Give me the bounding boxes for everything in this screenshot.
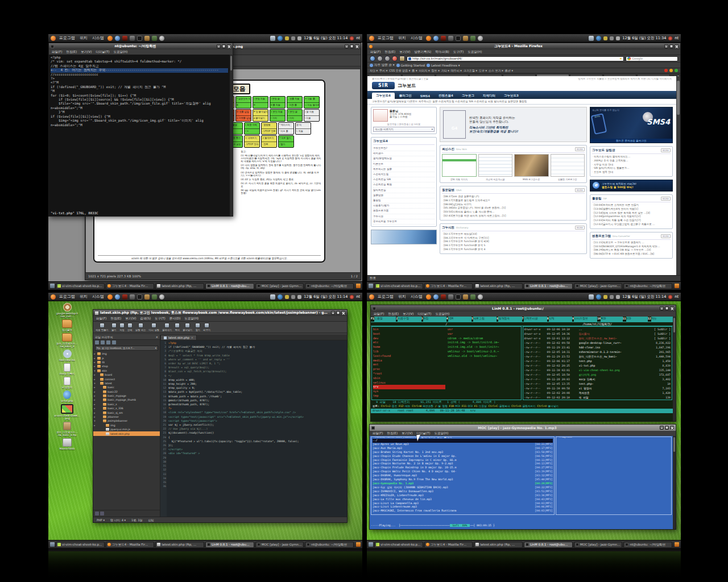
expander-icon[interactable]: ▸ (93, 424, 96, 427)
tree-row[interactable]: ▸ img (93, 352, 160, 356)
home-icon[interactable] (399, 56, 405, 61)
taskbar-item[interactable]: nt@ubuntu: ~/바탕화면 (623, 542, 672, 548)
show-desktop-icon[interactable] (369, 542, 373, 547)
forward-icon[interactable] (101, 340, 105, 344)
menu-item[interactable]: 편집(E) (66, 50, 77, 54)
linm-screen[interactable]: F1도움말2이름수정3편집4VIM5새로고침6원격접속7디렉토리생8삭제9사이즈… (371, 317, 673, 421)
devbar-item[interactable]: 크기조절 ▾ (464, 69, 477, 72)
expander-icon[interactable]: ▸ (93, 357, 96, 360)
location-combo[interactable]: ftp, 로그인 lovebook, 호스트 f…▾ (95, 346, 158, 351)
taskbar-item[interactable]: nt@ubuntu: ~/바탕화면 (623, 283, 672, 289)
playlist-entry[interactable]: jazz-Ave Maria.mp3[04:17|MP3] (373, 447, 553, 451)
expander-icon[interactable]: ▸ (93, 403, 96, 406)
directory-entry[interactable]: initrd.img -> boot/initrd.im~ (448, 340, 520, 345)
moc-titlebar[interactable]: MOC [play] - jazz-Gymnopedie No. 1.mp3 (370, 425, 676, 431)
menu-item[interactable]: 파일(F) (52, 50, 62, 54)
menu-item[interactable]: 도구(T) (453, 50, 464, 54)
taskbar-item[interactable]: 그누보드4 - Mozilla Fir… (106, 542, 155, 548)
directory-entry[interactable]: selinux (373, 381, 445, 385)
menu-item[interactable]: 도움말(H) (435, 312, 449, 316)
function-key[interactable]: 5새로고침 (471, 317, 497, 322)
toolbar-button[interactable]: 바꾸기 (203, 323, 210, 331)
taskbar-item[interactable]: latest.skin.php (ftp, … (474, 283, 523, 289)
menu-item[interactable]: 편집(E) (388, 312, 399, 316)
taskbar-item[interactable]: LinM 0.8.1 - root@ubu… (205, 283, 254, 289)
left-menu-item[interactable]: 자주하시는 질문 (373, 167, 435, 172)
bookmark-item[interactable]: 자주 방문 순 ▾ (370, 63, 395, 67)
directory-entry[interactable]: usr (448, 327, 520, 332)
launcher-2-icon[interactable] (448, 294, 453, 300)
left-menu-item[interactable]: 라이센스 (373, 151, 435, 156)
gedit-titlebar[interactable]: latest.skin.php (ftp, 로그인 lovebook, 호스트 … (93, 310, 347, 316)
function-key[interactable]: 4VIM (446, 317, 471, 322)
function-key[interactable]: 9사이즈정보 (572, 317, 597, 322)
desktop-icon[interactable]: mocp 단축키 (52, 363, 82, 375)
shutdown-icon[interactable] (350, 295, 354, 299)
status-field[interactable]: 탭 너비: 4 ▾ (110, 518, 126, 522)
devbar-item[interactable]: 이미지 ▾ (419, 69, 429, 72)
menu-applications[interactable]: 프로그램 (377, 294, 395, 300)
left-menu-item[interactable]: 그누사전 (373, 214, 435, 219)
menu-item[interactable]: 도구(T) (155, 317, 166, 321)
playlist-entry[interactable]: jazz-Chopin Waltz Petit Chien No. 4 D ma… (373, 470, 553, 474)
nav-tab[interactable]: 컨텐츠몰4 (435, 93, 457, 99)
input-method-icon[interactable] (603, 36, 607, 40)
maximize-icon[interactable] (350, 44, 354, 48)
close-icon[interactable] (227, 44, 231, 48)
toolbar-button[interactable]: 붙여넣기 (183, 323, 192, 331)
qna-item[interactable]: [03:50]사파리의 플래시 노출 게시판 문제… (442, 210, 585, 214)
tree-row[interactable]: ▾ skin (93, 369, 160, 373)
nav-tab[interactable]: 그누보드3 (500, 93, 523, 99)
network-icon[interactable] (291, 36, 295, 40)
directory-entry[interactable]: sbin (373, 376, 445, 381)
input-method-icon[interactable] (285, 295, 289, 299)
moc-screen[interactable]: /media/Maxtor500G_/music/재즈 명곡/재즈로 듣는 클래… (370, 436, 673, 529)
nav-tab[interactable]: 지에디터 (479, 93, 499, 99)
menu-applications[interactable]: 프로그램 (377, 35, 395, 41)
menu-item[interactable]: 문서(D) (169, 317, 181, 321)
taskbar-item[interactable]: nt@ubuntu: ~/바탕화면 (305, 542, 354, 548)
left-menu-item[interactable]: 변환프로그램 (373, 209, 435, 214)
filebrowser-icon[interactable] (100, 512, 104, 516)
help-icon[interactable] (115, 294, 120, 300)
directory-entry[interactable]: srv (373, 385, 445, 389)
menu-places[interactable]: 위치 (397, 35, 407, 41)
qna-item[interactable]: [08:17]그룹별로 별도링크 도와주세요!! (442, 199, 585, 203)
distro-menu-icon[interactable] (369, 36, 374, 41)
shutdown-icon[interactable] (350, 36, 354, 40)
notice-item[interactable]: 사무실 이전 안내 (592, 163, 671, 167)
function-key[interactable]: 2이름수정 (396, 317, 421, 322)
taskbar-item[interactable]: 그누보드4 - Mozilla Fir… (106, 283, 155, 289)
tree-row[interactable]: ▾ jssimplebanner (93, 419, 160, 423)
bluetooth-icon[interactable] (278, 294, 283, 300)
documents-icon[interactable] (95, 512, 99, 516)
file-entry[interactable]: drwxr-xr-x09-12-06 10:10 ..[ SubDir ] (524, 327, 671, 332)
volume-icon[interactable] (616, 295, 620, 299)
expander-icon[interactable]: ▸ (93, 407, 96, 410)
search-input[interactable]: Google (626, 56, 678, 61)
taskbar-item[interactable]: vi-vim-cheat-sheet-ko.png (56, 542, 105, 548)
converter-item[interactable]: [10:50]NOBODY_QTDFileManager1.0 지워지지 않는… (592, 245, 671, 249)
minimize-icon[interactable] (331, 311, 335, 315)
toolbar-button[interactable]: 실행 취소 (135, 323, 146, 331)
launcher-1-icon[interactable] (122, 36, 127, 41)
menu-item[interactable]: 파일(F) (370, 50, 380, 54)
skin-caption[interactable]: 과선색 히든게시글 (478, 178, 513, 181)
dictionary-item[interactable]: [02:17]그누보드 메뉴얼[33] (442, 232, 585, 236)
skin-thumbnail[interactable] (442, 154, 477, 177)
tree-row[interactable]: latest.skin.php (93, 431, 160, 435)
menu-item[interactable]: 도움말(H) (468, 50, 482, 54)
directory-entry[interactable]: home (373, 345, 445, 350)
tree-row[interactable]: ▸ basic22 (93, 390, 160, 394)
volume-icon[interactable] (297, 36, 301, 40)
panel-close-icon[interactable]: ✕ (156, 335, 158, 339)
playlist-entry[interactable]: jazz-KREISLER, Liebesfreude.mp3[03:36|MP… (373, 494, 553, 498)
refresh-icon[interactable] (112, 340, 116, 344)
qna-item[interactable]: [02:43]로그인을 하면 페이지 전체가 새로고침되…[1] (442, 214, 585, 218)
nav-tab[interactable]: SMS4 (416, 93, 434, 99)
menu-item[interactable]: 보기(V) (399, 50, 410, 54)
taskbar-item[interactable]: 그누보드4 - Mozilla Fir… (424, 542, 473, 548)
close-icon[interactable] (670, 306, 674, 310)
toolbar-button[interactable]: 잘라내기 (162, 323, 172, 331)
skin-thumbnail[interactable] (514, 154, 549, 177)
